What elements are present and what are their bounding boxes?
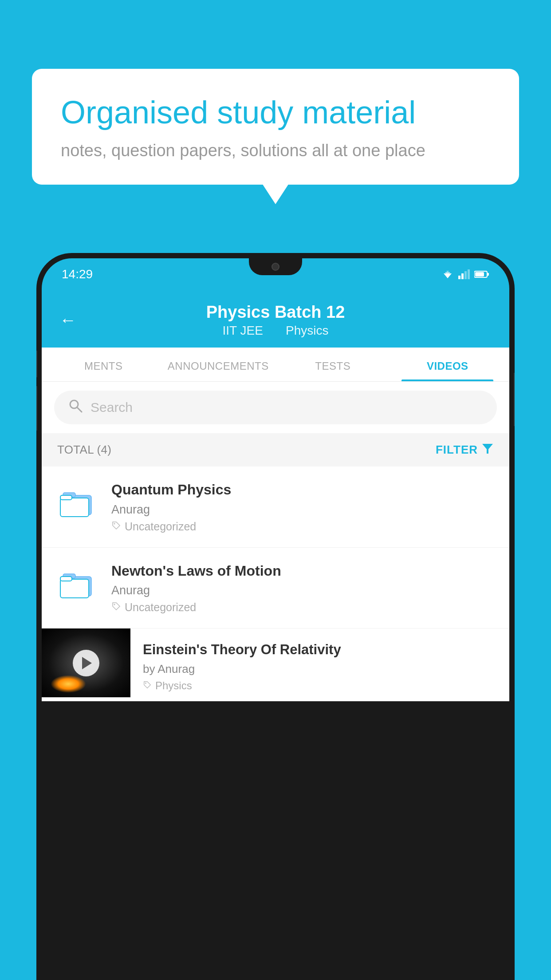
folder-icon-2 xyxy=(57,564,97,604)
header-center: Physics Batch 12 IIT JEE Physics xyxy=(206,303,345,338)
tag-icon-1 xyxy=(111,520,121,533)
thumb-glow xyxy=(51,675,86,693)
tab-videos[interactable]: VIDEOS xyxy=(390,348,505,381)
status-time: 14:29 xyxy=(62,267,93,281)
tag-icon-3 xyxy=(143,680,152,692)
item-author-2: Anurag xyxy=(111,584,494,597)
tab-bar: MENTS ANNOUNCEMENTS TESTS VIDEOS xyxy=(42,348,509,382)
filter-bar: TOTAL (4) FILTER xyxy=(42,433,509,466)
signal-icon xyxy=(458,269,470,279)
tag-icon-2 xyxy=(111,601,121,614)
play-button[interactable] xyxy=(73,650,99,676)
side-btn-left2 xyxy=(36,386,37,431)
thumb-title: Einstein's Theory Of Relativity xyxy=(143,641,497,659)
list-item[interactable]: Newton's Laws of Motion Anurag Uncategor… xyxy=(42,548,509,629)
item-content-2: Newton's Laws of Motion Anurag Uncategor… xyxy=(111,562,494,614)
item-tag-2: Uncategorized xyxy=(111,601,494,614)
svg-rect-4 xyxy=(461,273,464,279)
item-author-1: Anurag xyxy=(111,503,494,517)
svg-rect-15 xyxy=(60,498,89,517)
filter-label: FILTER xyxy=(436,443,478,457)
phone-frame: 14:29 xyxy=(36,253,515,980)
svg-rect-16 xyxy=(60,495,72,500)
speech-bubble: Organised study material notes, question… xyxy=(32,69,519,185)
camera xyxy=(272,263,279,271)
filter-funnel-icon xyxy=(481,442,494,458)
play-triangle-icon xyxy=(82,657,92,669)
phone-inner: 14:29 xyxy=(42,258,509,980)
search-placeholder: Search xyxy=(91,400,133,415)
side-btn-right xyxy=(514,373,515,426)
app-header: ← Physics Batch 12 IIT JEE Physics xyxy=(42,290,509,348)
svg-line-11 xyxy=(77,407,82,412)
bubble-title: Organised study material xyxy=(61,93,490,131)
item-title-2: Newton's Laws of Motion xyxy=(111,562,494,581)
svg-rect-20 xyxy=(60,579,89,598)
content-area: Quantum Physics Anurag Uncategorized xyxy=(42,466,509,701)
item-title-1: Quantum Physics xyxy=(111,481,494,499)
battery-icon xyxy=(474,270,489,278)
svg-rect-9 xyxy=(475,272,484,277)
svg-rect-8 xyxy=(487,273,489,276)
list-item[interactable]: Quantum Physics Anurag Uncategorized xyxy=(42,466,509,548)
batch-title: Physics Batch 12 xyxy=(206,303,345,322)
status-bar: 14:29 xyxy=(42,258,509,290)
video-thumbnail xyxy=(42,628,130,697)
batch-subtitle: IIT JEE Physics xyxy=(206,324,345,338)
svg-marker-12 xyxy=(482,444,493,454)
search-container: Search xyxy=(42,382,509,433)
search-bar[interactable]: Search xyxy=(54,391,497,424)
speech-bubble-container: Organised study material notes, question… xyxy=(32,69,519,185)
status-icons xyxy=(441,269,489,279)
side-btn-left xyxy=(36,351,37,377)
subtitle-physics: Physics xyxy=(286,324,328,337)
item-content-1: Quantum Physics Anurag Uncategorized xyxy=(111,481,494,533)
tab-announcements[interactable]: ANNOUNCEMENTS xyxy=(161,348,276,381)
subtitle-iitjee: IIT JEE xyxy=(223,324,263,337)
list-item-thumb[interactable]: Einstein's Theory Of Relativity by Anura… xyxy=(42,628,509,701)
svg-point-17 xyxy=(114,523,115,524)
svg-rect-5 xyxy=(464,271,467,279)
item-tag-1: Uncategorized xyxy=(111,520,494,533)
svg-rect-6 xyxy=(468,269,470,279)
thumb-author: by Anurag xyxy=(143,662,497,676)
wifi-icon xyxy=(441,269,454,279)
svg-point-23 xyxy=(145,683,146,684)
bubble-subtitle: notes, question papers, solutions all at… xyxy=(61,141,490,160)
thumb-tag: Physics xyxy=(143,680,497,692)
tab-ments[interactable]: MENTS xyxy=(46,348,161,381)
total-count: TOTAL (4) xyxy=(57,443,111,457)
notch xyxy=(249,258,302,275)
folder-icon-1 xyxy=(57,483,97,523)
thumb-content: Einstein's Theory Of Relativity by Anura… xyxy=(130,628,509,701)
search-icon xyxy=(68,399,83,416)
svg-rect-3 xyxy=(458,276,460,279)
tab-tests[interactable]: TESTS xyxy=(276,348,390,381)
back-button[interactable]: ← xyxy=(59,311,76,330)
filter-button[interactable]: FILTER xyxy=(436,442,494,458)
svg-point-22 xyxy=(114,604,115,605)
svg-rect-21 xyxy=(60,577,72,581)
